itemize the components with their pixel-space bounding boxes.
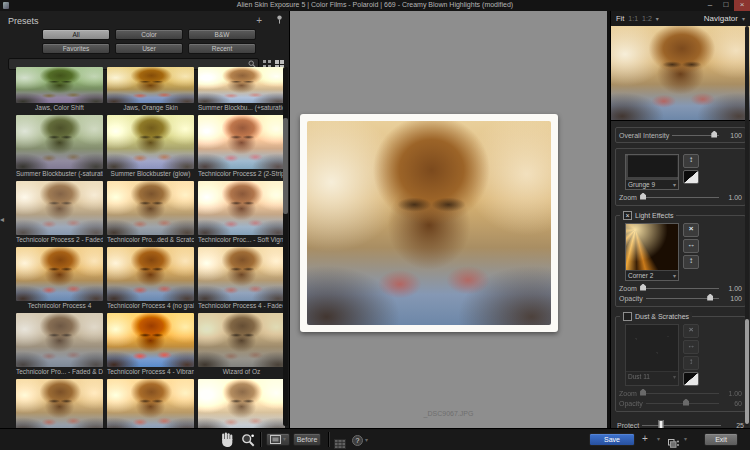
dust-texture-picker[interactable]: Dust 11 ▾ bbox=[625, 324, 679, 386]
preset-item[interactable]: Technicolor Process 4 (no grain) bbox=[107, 247, 194, 311]
preset-thumbnail[interactable] bbox=[198, 313, 285, 367]
preset-item[interactable] bbox=[107, 379, 194, 428]
split-view-dropdown-icon[interactable]: ▾ bbox=[283, 433, 286, 446]
preset-item[interactable]: Technicolor Pro... - Faded & Dust bbox=[16, 313, 103, 377]
preset-item[interactable]: Technicolor Process 4 - Vibrant bbox=[107, 313, 194, 377]
dust-texture-preview[interactable] bbox=[626, 325, 678, 371]
settings-scrollbar-thumb[interactable] bbox=[745, 319, 749, 424]
light-effects-checkbox[interactable]: × bbox=[623, 211, 632, 220]
navigator-thumbnail[interactable] bbox=[611, 26, 750, 121]
preset-thumbnail[interactable] bbox=[16, 313, 103, 367]
split-view-button[interactable]: ▾ bbox=[266, 433, 290, 446]
tab-recent[interactable]: Recent bbox=[188, 43, 256, 54]
preset-thumbnail[interactable] bbox=[198, 379, 285, 428]
protect-slider[interactable] bbox=[642, 425, 721, 426]
preset-thumbnail[interactable] bbox=[16, 379, 103, 428]
flip-vertical-button[interactable]: ↕ bbox=[683, 154, 699, 168]
light-effect-preview[interactable] bbox=[626, 224, 678, 270]
preset-thumbnail[interactable] bbox=[16, 247, 103, 301]
navigator-dropdown-icon[interactable]: ▾ bbox=[742, 15, 745, 22]
texture-dropdown-icon[interactable]: ▾ bbox=[673, 181, 676, 188]
preset-item[interactable]: Summer Blockbuster (-saturation) bbox=[16, 115, 103, 179]
preset-item[interactable]: Technicolor Process 4 - Faded bbox=[198, 247, 285, 311]
preset-thumbnail[interactable] bbox=[107, 379, 194, 428]
collapse-panel-icon[interactable]: ◂ bbox=[0, 215, 4, 224]
presets-scrollbar[interactable] bbox=[283, 67, 288, 426]
tab-bw[interactable]: B&W bbox=[188, 29, 256, 40]
dust-zoom-slider[interactable] bbox=[640, 393, 719, 394]
fit-button[interactable]: Fit bbox=[616, 14, 624, 23]
preset-thumbnail[interactable] bbox=[198, 67, 285, 103]
zoom-tool-button[interactable] bbox=[241, 433, 255, 450]
texture-picker[interactable]: Grunge 9 ▾ bbox=[625, 154, 679, 190]
preset-item[interactable]: Wizard of Oz bbox=[198, 313, 285, 377]
help-dropdown-icon[interactable]: ▾ bbox=[365, 434, 368, 447]
tab-favorites[interactable]: Favorites bbox=[42, 43, 110, 54]
preset-thumbnail[interactable] bbox=[107, 247, 194, 301]
preset-item[interactable]: Technicolor Pro...ded & Scratched bbox=[107, 181, 194, 245]
flip-horizontal-button[interactable]: ↔ bbox=[683, 340, 699, 354]
before-button[interactable]: Before bbox=[293, 433, 321, 446]
flip-vertical-button[interactable]: ↕ bbox=[683, 356, 699, 370]
shuffle-dust-button[interactable]: × bbox=[683, 324, 699, 338]
tab-user[interactable]: User bbox=[115, 43, 183, 54]
light-effect-dropdown-icon[interactable]: ▾ bbox=[673, 272, 676, 279]
compare-dropdown-icon[interactable]: ▾ bbox=[684, 433, 687, 446]
maximize-button[interactable]: □ bbox=[718, 0, 734, 11]
save-button[interactable]: Save bbox=[589, 433, 635, 446]
preset-item[interactable]: Technicolor Process 2 (2-Strip) bbox=[198, 115, 285, 179]
preset-thumbnail[interactable] bbox=[107, 313, 194, 367]
preset-thumbnail[interactable] bbox=[107, 67, 194, 103]
preset-thumbnail[interactable] bbox=[16, 115, 103, 169]
light-opacity-slider[interactable] bbox=[646, 298, 719, 299]
add-snapshot-icon[interactable]: + bbox=[642, 432, 648, 445]
preset-item[interactable]: Technicolor Proc... - Soft Vignette bbox=[198, 181, 285, 245]
close-button[interactable]: × bbox=[734, 0, 750, 11]
preset-item[interactable]: Technicolor Process 4 bbox=[16, 247, 103, 311]
zoom-dropdown-icon[interactable]: ▾ bbox=[656, 15, 659, 22]
snapshot-dropdown-icon[interactable]: ▾ bbox=[657, 433, 660, 446]
invert-dust-button[interactable] bbox=[683, 372, 699, 386]
overall-intensity-slider[interactable] bbox=[672, 135, 719, 136]
preset-thumbnail[interactable] bbox=[16, 181, 103, 235]
preset-item[interactable]: Jaws, Color Shift bbox=[16, 67, 103, 113]
preset-thumbnail[interactable] bbox=[107, 181, 194, 235]
pin-panel-icon[interactable] bbox=[276, 15, 283, 26]
tab-all[interactable]: All bbox=[42, 29, 110, 40]
preset-thumbnail[interactable] bbox=[198, 181, 285, 235]
light-opacity-value: 100 bbox=[722, 295, 742, 302]
help-button[interactable]: ? bbox=[352, 435, 363, 446]
preset-item[interactable]: Jaws, Orange Skin bbox=[107, 67, 194, 113]
preset-item[interactable]: Summer Blockbuster (glow) bbox=[107, 115, 194, 179]
add-preset-icon[interactable]: + bbox=[256, 16, 262, 26]
exit-button[interactable]: Exit bbox=[704, 433, 738, 446]
flip-vertical-button[interactable]: ↕ bbox=[683, 255, 699, 269]
presets-scrollbar-thumb[interactable] bbox=[283, 118, 288, 214]
minimize-button[interactable]: – bbox=[702, 0, 718, 11]
preset-thumbnail[interactable] bbox=[16, 67, 103, 103]
preset-item[interactable]: Summer Blockbu... (+saturation) bbox=[198, 67, 285, 113]
preset-thumbnail[interactable] bbox=[198, 247, 285, 301]
dust-scratches-checkbox[interactable] bbox=[623, 312, 632, 321]
zoom-1-2-button[interactable]: 1:2 bbox=[642, 15, 652, 22]
preset-item[interactable]: Technicolor Process 2 - Faded bbox=[16, 181, 103, 245]
preset-thumbnail[interactable] bbox=[198, 115, 285, 169]
light-zoom-slider[interactable] bbox=[640, 288, 719, 289]
compare-views-button[interactable] bbox=[668, 435, 679, 450]
texture-zoom-slider[interactable] bbox=[640, 197, 719, 198]
contact-sheet-button[interactable] bbox=[334, 435, 346, 450]
dust-texture-dropdown-icon[interactable]: ▾ bbox=[673, 373, 676, 380]
hand-tool-button[interactable] bbox=[220, 432, 235, 450]
settings-scrollbar[interactable] bbox=[745, 26, 749, 426]
flip-horizontal-button[interactable]: ↔ bbox=[683, 239, 699, 253]
light-effect-picker[interactable]: Corner 2 ▾ bbox=[625, 223, 679, 281]
invert-texture-button[interactable] bbox=[683, 170, 699, 184]
preset-thumbnail[interactable] bbox=[107, 115, 194, 169]
preset-item[interactable] bbox=[16, 379, 103, 428]
dust-opacity-slider[interactable] bbox=[646, 403, 719, 404]
tab-color[interactable]: Color bbox=[115, 29, 183, 40]
zoom-1-1-button[interactable]: 1:1 bbox=[628, 15, 638, 22]
texture-preview[interactable] bbox=[626, 155, 678, 179]
shuffle-light-button[interactable]: × bbox=[683, 223, 699, 237]
preset-item[interactable] bbox=[198, 379, 285, 428]
